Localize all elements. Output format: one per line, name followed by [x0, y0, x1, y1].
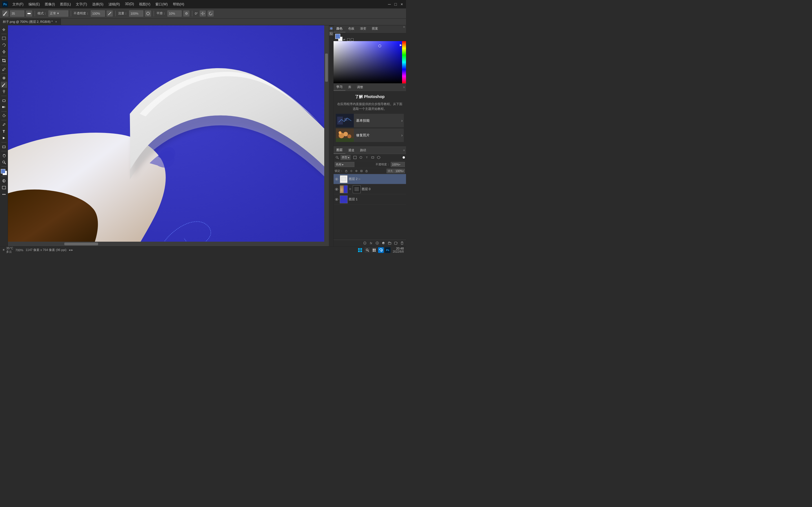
- quick-mask-mode[interactable]: [1, 178, 7, 184]
- lock-artboard-icon[interactable]: [359, 169, 363, 173]
- filter-search-icon[interactable]: [335, 155, 340, 160]
- panel-color-icon[interactable]: [329, 26, 333, 31]
- lock-position-icon[interactable]: [354, 169, 358, 173]
- spot-healing-tool[interactable]: [1, 75, 7, 81]
- brush-tool[interactable]: [1, 82, 7, 88]
- tutorial-card-repair[interactable]: 修复照片 ›: [336, 128, 404, 142]
- eraser-tool[interactable]: [1, 97, 7, 103]
- maximize-button[interactable]: □: [394, 2, 398, 6]
- photoshop-taskbar[interactable]: Ps: [385, 247, 391, 253]
- menu-help[interactable]: 帮助(H): [172, 1, 186, 7]
- layers-tab-paths[interactable]: 路径: [357, 147, 369, 154]
- brush-size-value[interactable]: 35: [10, 10, 24, 17]
- opacity-value[interactable]: 100%: [91, 10, 105, 17]
- dodge-tool[interactable]: [1, 113, 7, 119]
- filter-pixel-icon[interactable]: [352, 155, 357, 160]
- menu-file[interactable]: 文件(F): [11, 1, 24, 7]
- canvas-image[interactable]: [8, 25, 324, 242]
- fg-bg-arrows[interactable]: ⇄: [343, 38, 345, 41]
- menu-text[interactable]: 文字(T): [75, 1, 88, 7]
- clone-stamp-tool[interactable]: [1, 89, 7, 95]
- panel-history-icon[interactable]: [329, 32, 333, 36]
- brush-icon[interactable]: [2, 10, 8, 17]
- minimize-button[interactable]: ─: [388, 2, 391, 6]
- menu-view[interactable]: 视图(V): [138, 1, 151, 7]
- add-mask-icon[interactable]: [375, 241, 379, 245]
- add-layer-icon[interactable]: [394, 241, 398, 245]
- rectangular-select-tool[interactable]: [1, 35, 7, 41]
- tab-close-button[interactable]: ×: [54, 20, 58, 24]
- menu-select[interactable]: 选择(S): [91, 1, 105, 7]
- learn-tab-adjustments[interactable]: 调整: [354, 84, 366, 91]
- magic-wand-tool[interactable]: [1, 49, 7, 55]
- gradient-tool[interactable]: [1, 104, 7, 110]
- layer-1-visibility[interactable]: [335, 198, 339, 202]
- brush-preset-picker[interactable]: [2, 10, 8, 17]
- smooth-value[interactable]: 10%: [167, 10, 182, 17]
- triangle-mode-icon[interactable]: [347, 38, 350, 41]
- menu-3d[interactable]: 3D(D): [124, 1, 135, 7]
- taskview-btn[interactable]: [371, 247, 377, 253]
- eyedropper-tool[interactable]: [1, 66, 7, 72]
- canvas-area[interactable]: [8, 25, 329, 246]
- layer-item-0[interactable]: ⛓ 图层 0: [334, 184, 406, 194]
- add-adjustment-icon[interactable]: [381, 241, 386, 245]
- layers-panel-menu[interactable]: ≡: [402, 149, 406, 152]
- menu-edit[interactable]: 编辑(E): [28, 1, 41, 7]
- windows-start[interactable]: [357, 247, 363, 253]
- layers-tab-channels[interactable]: 通道: [345, 147, 357, 154]
- foreground-color-box[interactable]: [335, 34, 340, 39]
- brush-hardness-icon[interactable]: [26, 10, 32, 17]
- color-tab-color[interactable]: 颜色: [334, 25, 345, 33]
- lock-art-icon[interactable]: [349, 169, 353, 173]
- filter-shape-icon[interactable]: [370, 155, 375, 160]
- move-tool[interactable]: ✥: [1, 26, 7, 33]
- search-taskbar[interactable]: [364, 247, 370, 253]
- airbrush-icon[interactable]: [145, 10, 151, 17]
- filter-text-icon[interactable]: T: [364, 155, 369, 160]
- opacity-always-icon[interactable]: [107, 10, 113, 17]
- vertical-scrollbar[interactable]: [324, 25, 329, 242]
- crop-tool[interactable]: [1, 57, 7, 64]
- close-button[interactable]: ×: [400, 2, 404, 6]
- tutorial-card-basic[interactable]: 基本技能 ›: [336, 114, 404, 127]
- edge-browser[interactable]: [378, 247, 384, 253]
- path-select-tool[interactable]: [1, 135, 7, 141]
- extra-options[interactable]: [1, 191, 7, 198]
- screen-mode[interactable]: [1, 184, 7, 191]
- layer-fill-value[interactable]: 填充： 100% ▾: [387, 169, 405, 173]
- zoom-tool[interactable]: [1, 159, 7, 165]
- nav-arrows[interactable]: ◂ ▸: [69, 248, 73, 252]
- document-tab[interactable]: 杯子.png @ 700% (图层 2, RGB/8) * ×: [0, 18, 61, 25]
- flow-value[interactable]: 100%: [129, 10, 143, 17]
- layer-opacity-value[interactable]: 100% ▾: [391, 162, 405, 167]
- smooth-settings-icon[interactable]: ⚙: [183, 10, 190, 17]
- layer-0-mask[interactable]: [353, 185, 361, 193]
- lock-all-icon[interactable]: [364, 169, 368, 173]
- color-tab-patterns[interactable]: 图案: [369, 25, 381, 33]
- filter-adjust-icon[interactable]: [358, 155, 363, 160]
- layer-link-icon[interactable]: [363, 241, 367, 245]
- horizontal-scrollbar[interactable]: [8, 242, 324, 246]
- layer-item-1[interactable]: 图层 1: [334, 194, 406, 205]
- learn-panel-menu[interactable]: ≡: [402, 86, 406, 89]
- lasso-tool[interactable]: [1, 42, 7, 48]
- layer-fx-icon[interactable]: fx: [369, 241, 373, 245]
- lock-pixels-icon[interactable]: [344, 169, 348, 173]
- blend-mode-dropdown[interactable]: 色相 ▾: [335, 162, 354, 167]
- color-gradient-area[interactable]: ▶: [334, 41, 406, 83]
- delete-layer-icon[interactable]: [400, 241, 404, 245]
- add-group-icon[interactable]: [388, 241, 392, 245]
- layer-type-dropdown[interactable]: 类型 ▾: [341, 155, 350, 160]
- blend-mode-dropdown[interactable]: 正常 ▾: [49, 10, 68, 17]
- color-tab-gradient[interactable]: 渐变: [357, 25, 369, 33]
- text-tool[interactable]: T: [1, 128, 7, 134]
- hand-tool[interactable]: [1, 152, 7, 159]
- layers-tab-layers[interactable]: 图层: [334, 147, 345, 154]
- menu-filter[interactable]: 滤镜(R): [107, 1, 121, 7]
- menu-layer[interactable]: 图层(L): [59, 1, 72, 7]
- filter-smartobject-icon[interactable]: [376, 155, 381, 160]
- menu-image[interactable]: 图像(I): [44, 1, 56, 7]
- layer-item-2[interactable]: 图层 2 fx: [334, 174, 406, 184]
- filter-toggle-dot[interactable]: [403, 156, 405, 159]
